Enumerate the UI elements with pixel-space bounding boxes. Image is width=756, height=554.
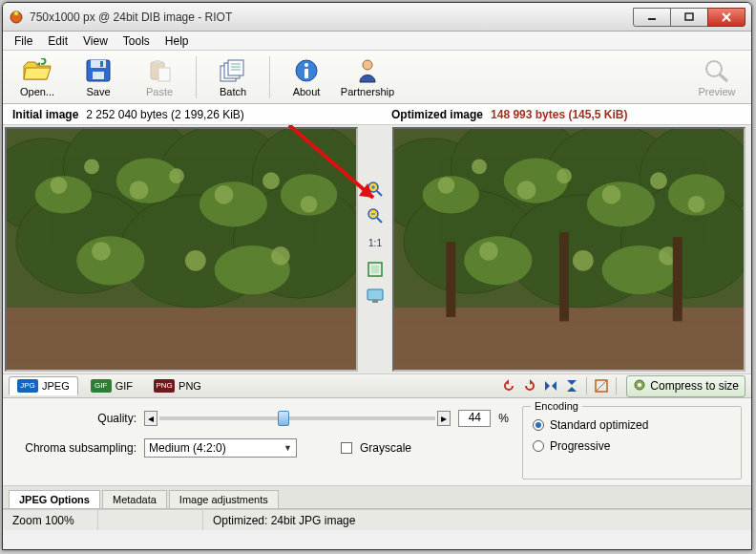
optimized-image-pane[interactable]: [392, 127, 746, 372]
svg-rect-9: [93, 72, 104, 79]
gear-icon: [633, 378, 646, 394]
tab-jpeg-options[interactable]: JPEG Options: [9, 490, 100, 508]
svg-point-81: [587, 181, 655, 226]
gif-badge-icon: GIF: [91, 379, 112, 393]
chroma-label: Chroma subsampling:: [12, 441, 136, 455]
svg-marker-105: [545, 381, 550, 391]
zoom-actual-button[interactable]: 1:1: [365, 232, 386, 253]
encoding-group: Encoding Standard optimized Progressive: [522, 406, 742, 479]
grayscale-label: Grayscale: [360, 441, 411, 455]
flip-horizontal-button[interactable]: [541, 376, 560, 395]
svg-marker-106: [552, 381, 556, 391]
svg-rect-3: [685, 13, 693, 20]
svg-rect-66: [371, 266, 379, 273]
encoding-standard-radio[interactable]: [533, 419, 544, 431]
svg-marker-108: [567, 387, 577, 392]
fit-window-button[interactable]: [365, 259, 386, 280]
folder-open-icon: [22, 57, 52, 84]
slider-increment-button[interactable]: ▸: [437, 411, 451, 426]
svg-point-83: [464, 236, 532, 285]
clipboard-icon: [144, 57, 175, 84]
svg-point-93: [573, 250, 594, 271]
menu-tools[interactable]: Tools: [116, 32, 158, 50]
menubar: File Edit View Tools Help: [3, 32, 751, 51]
maximize-button[interactable]: [670, 8, 708, 27]
png-badge-icon: PNG: [154, 379, 175, 393]
partnership-button[interactable]: Partnership: [339, 53, 396, 102]
image-compare-area: 1:1: [3, 125, 751, 373]
quality-slider[interactable]: ◂ ▸: [144, 410, 451, 427]
status-optimized: Optimized: 24bit JPG image: [203, 510, 751, 530]
svg-rect-67: [368, 289, 383, 300]
format-bar: JPG JPEG GIF GIF PNG PNG Compress to siz…: [3, 373, 751, 398]
resize-button[interactable]: [592, 376, 611, 395]
preview-button[interactable]: Preview: [688, 53, 746, 102]
format-tab-gif[interactable]: GIF GIF: [82, 376, 141, 395]
magnifier-icon: [702, 57, 732, 84]
svg-rect-1: [14, 11, 18, 15]
menu-edit[interactable]: Edit: [40, 32, 75, 50]
menu-view[interactable]: View: [75, 32, 116, 50]
batch-icon: [218, 57, 248, 84]
chroma-subsampling-select[interactable]: Medium (4:2:0) ▼: [144, 438, 297, 458]
jpeg-options-panel: Quality: ◂ ▸ 44 % Chroma subsampling: Me…: [3, 398, 751, 486]
svg-point-92: [479, 242, 498, 261]
rotate-cw-button[interactable]: [520, 376, 539, 395]
svg-line-59: [377, 191, 382, 196]
compress-to-size-button[interactable]: Compress to size: [626, 375, 746, 397]
titlebar: 750x1000 px @ 24bit DIB image - RIOT: [3, 3, 751, 32]
svg-rect-68: [372, 300, 378, 303]
fit-screen-button[interactable]: [365, 286, 386, 307]
close-button[interactable]: [707, 8, 746, 27]
svg-point-23: [363, 60, 372, 70]
svg-point-91: [688, 196, 705, 213]
svg-point-85: [438, 177, 455, 194]
initial-image-pane[interactable]: [5, 127, 358, 372]
slider-thumb[interactable]: [278, 411, 289, 426]
svg-point-38: [200, 181, 267, 226]
toolbar-separator: [586, 377, 587, 394]
batch-button[interactable]: Batch: [204, 53, 262, 102]
menu-help[interactable]: Help: [158, 32, 197, 50]
size-info-bar: Initial image 2 252 040 bytes (2 199,26 …: [3, 104, 751, 125]
tab-image-adjustments[interactable]: Image adjustments: [169, 490, 279, 508]
open-button[interactable]: Open...: [9, 53, 66, 102]
partnership-icon: [352, 57, 383, 84]
floppy-icon: [83, 57, 114, 84]
jpeg-badge-icon: JPG: [17, 379, 38, 393]
rotate-ccw-button[interactable]: [499, 376, 518, 395]
zoom-toolbar: 1:1: [360, 125, 390, 373]
svg-point-88: [556, 168, 572, 183]
paste-button[interactable]: Paste: [131, 53, 188, 102]
svg-rect-13: [158, 68, 170, 81]
svg-point-44: [130, 181, 149, 200]
initial-image-label: Initial image: [12, 108, 78, 121]
svg-point-112: [638, 383, 641, 387]
quality-value-input[interactable]: 44: [458, 410, 491, 427]
zoom-out-button[interactable]: [365, 205, 386, 226]
percent-label: %: [498, 412, 509, 425]
quality-label: Quality:: [12, 412, 136, 425]
svg-rect-16: [228, 60, 243, 75]
main-toolbar: Open... Save Paste Batch: [3, 51, 751, 104]
svg-point-47: [262, 172, 280, 189]
svg-rect-10: [100, 61, 103, 67]
svg-point-24: [706, 61, 722, 76]
svg-line-25: [720, 75, 727, 81]
save-button[interactable]: Save: [70, 53, 127, 102]
zoom-in-button[interactable]: [365, 179, 386, 200]
about-button[interactable]: About: [278, 53, 335, 102]
window-title: 750x1000 px @ 24bit DIB image - RIOT: [30, 11, 634, 24]
slider-decrement-button[interactable]: ◂: [144, 411, 158, 426]
format-tab-jpeg[interactable]: JPG JPEG: [9, 376, 78, 395]
minimize-button[interactable]: [633, 8, 671, 27]
grayscale-checkbox[interactable]: [341, 442, 352, 454]
encoding-progressive-radio[interactable]: [533, 440, 544, 452]
tab-metadata[interactable]: Metadata: [102, 490, 167, 508]
menu-file[interactable]: File: [7, 32, 40, 50]
toolbar-separator: [269, 56, 270, 98]
svg-rect-8: [91, 60, 106, 68]
flip-vertical-button[interactable]: [562, 376, 581, 395]
format-tab-png[interactable]: PNG PNG: [145, 376, 210, 395]
toolbar-separator: [616, 377, 617, 394]
